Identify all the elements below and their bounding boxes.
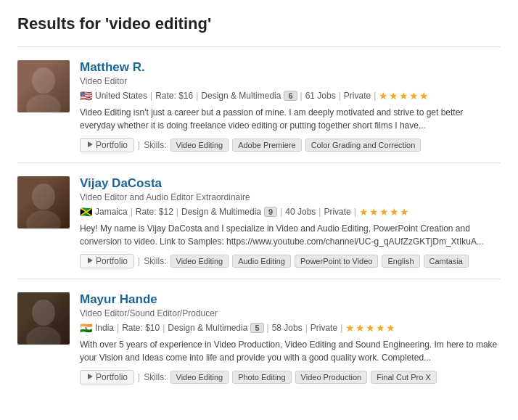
description-matthew: Video Editing isn't just a career but a … xyxy=(80,106,501,132)
country-vijay: Jamaica xyxy=(95,207,128,217)
svg-point-9 xyxy=(32,300,55,326)
portfolio-label: Portfolio xyxy=(96,140,128,150)
separator: | xyxy=(131,207,133,217)
separator: | xyxy=(340,323,342,333)
separator: | xyxy=(300,91,303,101)
separator: | xyxy=(163,323,165,333)
separator: | xyxy=(176,207,178,217)
stars-matthew: ★★★★★ xyxy=(379,90,429,102)
info-vijay: Vijay DaCostaVideo Editor and Audio Edit… xyxy=(80,176,501,268)
separator: | xyxy=(138,256,140,266)
flag-vijay: 🇯🇲 xyxy=(80,206,92,218)
avatar-vijay xyxy=(17,176,70,228)
skill-tag[interactable]: PowerPoint to Video xyxy=(295,255,378,268)
stars-mayur: ★★★★★ xyxy=(345,322,396,334)
title-mayur: Video Editor/Sound Editor/Producer xyxy=(80,308,501,318)
info-mayur: Mayur HandeVideo Editor/Sound Editor/Pro… xyxy=(80,292,501,384)
name-vijay[interactable]: Vijay DaCosta xyxy=(80,176,501,191)
result-item: Matthew R.Video Editor🇺🇸United States|Ra… xyxy=(17,46,501,162)
avatar-mayur xyxy=(17,292,70,345)
play-icon xyxy=(86,372,94,382)
title-vijay: Video Editor and Audio Editor Extraordin… xyxy=(80,192,501,202)
category-mayur: Design & Multimedia xyxy=(168,323,247,333)
jobs-mayur: 58 Jobs xyxy=(272,323,303,333)
skills-row-matthew: Portfolio|Skills:Video EditingAdobe Prem… xyxy=(80,138,501,152)
portfolio-button-matthew[interactable]: Portfolio xyxy=(80,138,134,152)
svg-point-5 xyxy=(32,184,55,210)
title-matthew: Video Editor xyxy=(80,76,501,86)
results-list: Matthew R.Video Editor🇺🇸United States|Ra… xyxy=(17,46,501,395)
skill-tag[interactable]: Adobe Premiere xyxy=(232,139,302,152)
result-item: Vijay DaCostaVideo Editor and Audio Edit… xyxy=(17,162,501,279)
country-mayur: India xyxy=(95,323,114,333)
name-mayur[interactable]: Mayur Hande xyxy=(80,292,501,307)
rate-mayur: Rate: $10 xyxy=(122,323,160,333)
skills-row-vijay: Portfolio|Skills:Video EditingAudio Edit… xyxy=(80,254,501,268)
skill-tag[interactable]: Video Editing xyxy=(170,255,229,268)
jobs-matthew: 61 Jobs xyxy=(305,91,336,101)
privacy-vijay: Private xyxy=(324,207,350,217)
result-item: Mayur HandeVideo Editor/Sound Editor/Pro… xyxy=(17,279,501,395)
skills-label: Skills: xyxy=(144,256,166,266)
separator: | xyxy=(267,323,269,333)
description-mayur: With over 5 years of experience in Video… xyxy=(80,338,501,364)
svg-marker-11 xyxy=(88,374,93,379)
skill-tag[interactable]: Photo Editing xyxy=(232,371,291,384)
separator: | xyxy=(138,372,140,382)
flag-matthew: 🇺🇸 xyxy=(80,90,92,102)
svg-marker-3 xyxy=(88,141,93,147)
separator: | xyxy=(354,207,356,217)
country-matthew: United States xyxy=(95,91,147,101)
privacy-matthew: Private xyxy=(344,91,371,101)
jobs-vijay: 40 Jobs xyxy=(285,207,316,217)
avatar-matthew xyxy=(17,60,70,112)
info-matthew: Matthew R.Video Editor🇺🇸United States|Ra… xyxy=(80,60,501,152)
portfolio-button-mayur[interactable]: Portfolio xyxy=(80,370,134,384)
separator: | xyxy=(196,91,198,101)
category-badge-matthew: 6 xyxy=(284,91,297,101)
meta-vijay: 🇯🇲Jamaica|Rate: $12|Design & Multimedia9… xyxy=(80,206,501,218)
category-matthew: Design & Multimedia xyxy=(201,91,281,101)
meta-matthew: 🇺🇸United States|Rate: $16|Design & Multi… xyxy=(80,90,501,102)
meta-mayur: 🇮🇳India|Rate: $10|Design & Multimedia5|5… xyxy=(80,322,501,334)
separator: | xyxy=(374,91,376,101)
category-badge-vijay: 9 xyxy=(264,207,277,217)
skill-tag[interactable]: Camtasia xyxy=(424,255,469,268)
skill-tag[interactable]: Video Editing xyxy=(170,371,229,384)
separator: | xyxy=(318,207,321,217)
svg-point-1 xyxy=(32,67,55,94)
separator: | xyxy=(339,91,341,101)
separator: | xyxy=(138,140,140,150)
skills-label: Skills: xyxy=(144,372,166,382)
privacy-mayur: Private xyxy=(311,323,337,333)
category-vijay: Design & Multimedia xyxy=(181,207,261,217)
separator: | xyxy=(150,91,152,101)
play-icon xyxy=(86,140,94,150)
category-badge-mayur: 5 xyxy=(250,323,263,333)
portfolio-label: Portfolio xyxy=(96,256,128,266)
separator: | xyxy=(280,207,282,217)
stars-vijay: ★★★★★ xyxy=(359,206,410,218)
skill-tag[interactable]: Audio Editing xyxy=(232,255,291,268)
portfolio-label: Portfolio xyxy=(96,372,128,382)
page-title: Results for 'video editing' xyxy=(17,15,501,33)
play-icon xyxy=(86,256,94,266)
description-vijay: Hey! My name is Vijay DaCosta and I spec… xyxy=(80,222,501,248)
rate-matthew: Rate: $16 xyxy=(155,91,193,101)
flag-mayur: 🇮🇳 xyxy=(80,322,92,334)
skills-label: Skills: xyxy=(144,140,166,150)
skills-row-mayur: Portfolio|Skills:Video EditingPhoto Edit… xyxy=(80,370,501,384)
svg-marker-7 xyxy=(88,258,93,263)
name-matthew[interactable]: Matthew R. xyxy=(80,60,501,75)
rate-vijay: Rate: $12 xyxy=(136,207,173,217)
skill-tag[interactable]: Color Grading and Correction xyxy=(305,139,422,152)
skill-tag[interactable]: Final Cut Pro X xyxy=(371,371,437,384)
skill-tag[interactable]: Video Production xyxy=(295,371,368,384)
skill-tag[interactable]: Video Editing xyxy=(170,139,229,152)
separator: | xyxy=(117,323,119,333)
portfolio-button-vijay[interactable]: Portfolio xyxy=(80,254,134,268)
skill-tag[interactable]: English xyxy=(382,255,419,268)
separator: | xyxy=(305,323,308,333)
